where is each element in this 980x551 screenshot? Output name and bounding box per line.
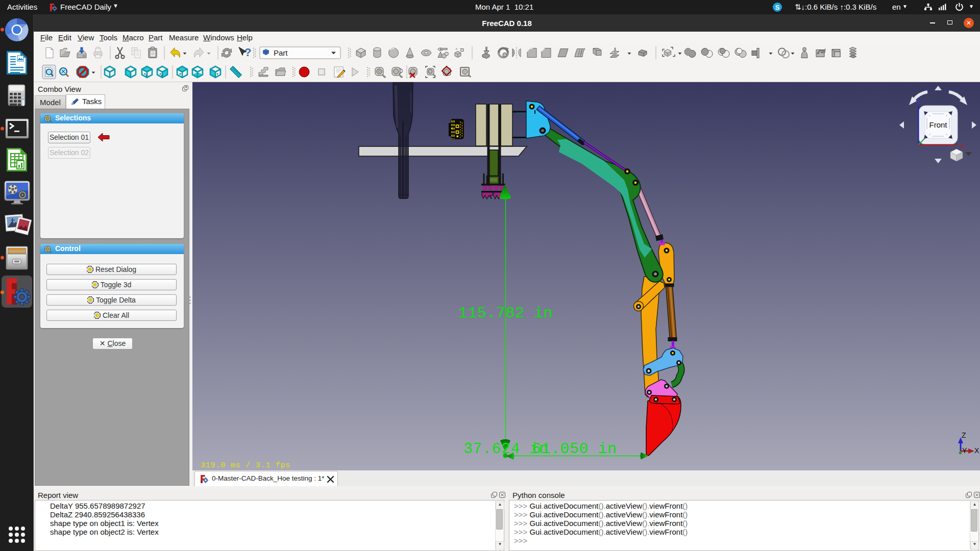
svg-text:115.782 in: 115.782 in [458, 305, 553, 322]
svg-text:Front: Front [929, 120, 947, 129]
svg-text:Z: Z [962, 431, 966, 439]
svg-text:S: S [775, 4, 780, 11]
svg-text:319.0 ms / 3.1 fps: 319.0 ms / 3.1 fps [201, 461, 290, 470]
svg-text:Part: Part [274, 48, 288, 57]
svg-text:Y: Y [962, 446, 967, 455]
svg-text:z: z [916, 98, 920, 106]
svg-text:X: X [974, 446, 979, 455]
svg-text:x: x [961, 142, 965, 150]
svg-text:61.050 in: 61.050 in [532, 440, 617, 458]
